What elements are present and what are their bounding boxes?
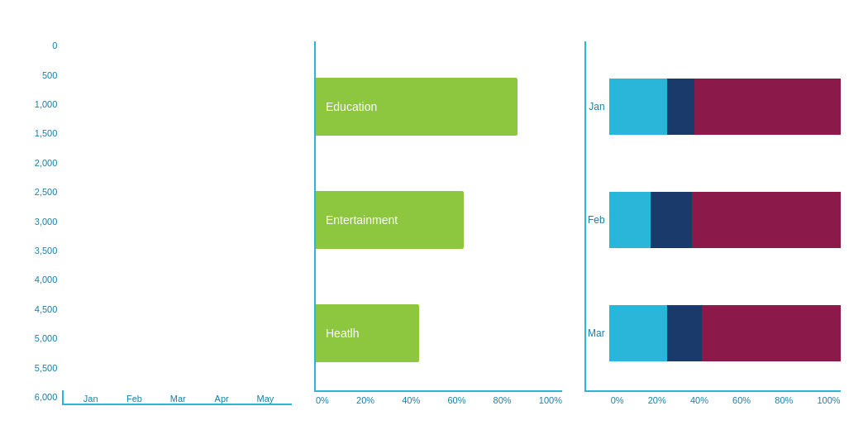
y-axis-label: 6,000 <box>27 393 62 402</box>
stacked-bars <box>609 192 841 248</box>
seg-navy <box>667 305 702 361</box>
hbar: Heatlh <box>316 304 419 362</box>
stacked-row: Jan <box>586 69 841 144</box>
bar-item: Apr <box>208 390 235 404</box>
row-label: Jan <box>586 101 609 112</box>
stacked-bar-chart: JanFebMar 0%20%40%60%80%100% <box>584 41 841 405</box>
y-axis-label: 2,500 <box>27 188 62 197</box>
bar-item: Mar <box>165 390 191 404</box>
seg-maroon <box>702 305 841 361</box>
bar-x-label: May <box>257 394 274 404</box>
pct-label3: 40% <box>690 395 708 405</box>
bar-item: May <box>252 390 279 404</box>
pct-label3: 0% <box>611 395 624 405</box>
seg-cyan <box>609 305 667 361</box>
x-axis-pct: 0%20%40%60%80%100% <box>314 395 562 405</box>
x-axis-pct3: 0%20%40%60%80%100% <box>584 395 841 405</box>
hbar-label: Heatlh <box>326 327 359 340</box>
seg-maroon <box>694 79 840 135</box>
y-axis-label: 3,000 <box>27 217 62 227</box>
y-axis-label: 500 <box>27 71 62 80</box>
bar-x-label: Jan <box>83 394 98 404</box>
hbar-row: Education <box>316 69 562 144</box>
pct-label3: 60% <box>732 395 751 405</box>
pct-label: 60% <box>447 395 465 405</box>
hbar: Entertainment <box>316 191 464 249</box>
bar-item: Jan <box>78 390 104 404</box>
seg-navy <box>651 192 692 248</box>
y-axis: 6,0005,5005,0004,5004,0003,5003,0002,500… <box>27 41 62 405</box>
pct-label3: 80% <box>775 395 793 405</box>
stacked-row: Feb <box>586 183 841 257</box>
y-axis-label: 0 <box>27 41 62 50</box>
bar-item: Feb <box>122 390 148 404</box>
hbar-label: Entertainment <box>326 213 398 227</box>
bar-x-label: Mar <box>170 394 186 404</box>
hbar-row: Heatlh <box>316 296 562 370</box>
hbar-row: Entertainment <box>316 183 562 257</box>
row-label: Feb <box>586 214 609 226</box>
y-axis-label: 1,500 <box>27 129 62 138</box>
pct-label3: 20% <box>648 395 666 405</box>
bars-group: JanFebMarAprMay <box>69 390 287 404</box>
y-axis-label: 5,500 <box>27 364 62 373</box>
stacked-row: Mar <box>586 296 841 370</box>
seg-maroon <box>692 192 840 248</box>
bar-x-label: Apr <box>215 394 229 404</box>
y-axis-label: 4,500 <box>27 305 62 314</box>
bar-chart: 6,0005,5005,0004,5004,0003,5003,0002,500… <box>27 41 292 405</box>
seg-navy <box>667 79 695 135</box>
row-label: Mar <box>586 327 609 339</box>
stacked-bars <box>609 305 841 361</box>
y-axis-label: 4,000 <box>27 275 62 284</box>
hbars-area: EducationEntertainmentHeatlh <box>314 41 562 392</box>
seg-cyan <box>609 192 651 248</box>
y-axis-label: 3,500 <box>27 246 62 256</box>
pct-label: 100% <box>539 395 562 405</box>
hbar-label: Education <box>326 100 377 113</box>
y-axis-label: 1,000 <box>27 100 62 109</box>
pct-label3: 100% <box>817 395 840 405</box>
horizontal-bar-chart: EducationEntertainmentHeatlh 0%20%40%60%… <box>314 41 562 405</box>
pct-label: 20% <box>356 395 374 405</box>
bars-area: JanFebMarAprMay <box>62 390 292 405</box>
seg-cyan <box>609 79 667 135</box>
pct-label: 80% <box>494 395 512 405</box>
charts-container: 6,0005,5005,0004,5004,0003,5003,0002,500… <box>12 17 856 413</box>
pct-label: 40% <box>402 395 420 405</box>
bars-row: JanFebMarAprMay <box>62 390 292 405</box>
stacked-area: JanFebMar <box>584 41 841 392</box>
y-axis-label: 2,000 <box>27 159 62 168</box>
y-axis-label: 5,000 <box>27 334 62 343</box>
hbar: Education <box>316 78 517 136</box>
pct-label: 0% <box>316 395 329 405</box>
stacked-bars <box>609 79 841 135</box>
bar-x-label: Feb <box>126 394 142 404</box>
